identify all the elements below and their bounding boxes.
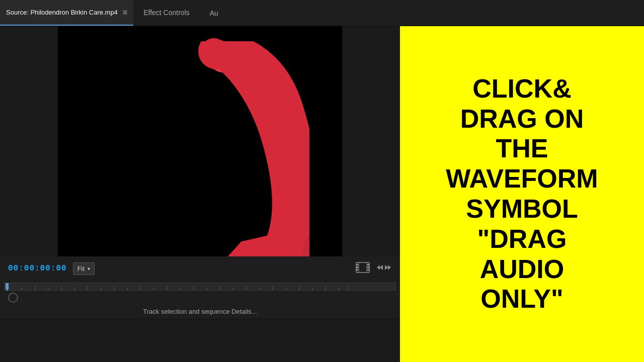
- svg-marker-3: [219, 226, 309, 256]
- instruction-line3: THE: [496, 134, 548, 163]
- svg-marker-15: [385, 265, 388, 270]
- video-preview: [58, 26, 342, 256]
- instruction-line2: DRAG ON: [460, 104, 584, 133]
- source-tab[interactable]: Source: Philodendron Birkin Care.mp4 ≡: [0, 0, 133, 26]
- fit-dropdown[interactable]: Fit ▾: [73, 262, 95, 275]
- instruction-panel: CLICK& DRAG ON THE WAVEFORM SYMBOL "DRAG…: [400, 26, 644, 362]
- dropdown-arrow-icon: ▾: [88, 266, 90, 272]
- instruction-line8: ONLY": [480, 284, 563, 313]
- svg-marker-16: [388, 265, 391, 270]
- menu-icon[interactable]: ≡: [123, 8, 127, 17]
- svg-rect-8: [367, 264, 369, 265]
- svg-rect-6: [356, 266, 358, 268]
- instruction-text: CLICK& DRAG ON THE WAVEFORM SYMBOL "DRAG…: [446, 74, 598, 314]
- waveform-drag-icon[interactable]: [376, 262, 392, 276]
- source-tab-title: Source: Philodendron Birkin Care.mp4: [6, 9, 118, 16]
- loop-button[interactable]: [8, 293, 18, 303]
- audio-tab[interactable]: Au: [200, 0, 228, 26]
- svg-rect-9: [367, 266, 369, 268]
- controls-bar: 00:00:00:00 Fit ▾: [0, 256, 400, 281]
- effect-controls-label: Effect Controls: [143, 9, 190, 17]
- timecode-display: 00:00:00:00: [8, 264, 67, 273]
- bottom-hint-text: Track selection and sequence Details...: [0, 305, 400, 318]
- svg-marker-13: [380, 265, 383, 270]
- svg-marker-14: [377, 265, 380, 270]
- filmstrip-icon[interactable]: [356, 262, 370, 276]
- svg-rect-10: [367, 269, 369, 270]
- timeline-area: [0, 281, 400, 305]
- instruction-line4: WAVEFORM: [446, 164, 598, 193]
- header-tab-bar: Source: Philodendron Birkin Care.mp4 ≡ E…: [0, 0, 644, 26]
- timeline-controls: [4, 291, 396, 305]
- scrubber-bar[interactable]: [4, 283, 396, 291]
- instruction-line5: SYMBOL: [466, 194, 578, 223]
- fit-label: Fit: [77, 265, 85, 273]
- svg-rect-5: [356, 264, 358, 265]
- instruction-line6: "DRAG: [477, 224, 567, 253]
- effect-controls-tab[interactable]: Effect Controls: [133, 0, 200, 26]
- red-arrow-overlay: [58, 26, 342, 256]
- audio-tab-label: Au: [210, 9, 218, 17]
- instruction-line1: CLICK&: [472, 74, 571, 103]
- main-content: 00:00:00:00 Fit ▾: [0, 26, 644, 362]
- instruction-line7: AUDIO: [480, 254, 565, 284]
- hint-label: Track selection and sequence Details...: [143, 308, 257, 315]
- svg-rect-7: [356, 269, 358, 270]
- left-panel: 00:00:00:00 Fit ▾: [0, 26, 400, 362]
